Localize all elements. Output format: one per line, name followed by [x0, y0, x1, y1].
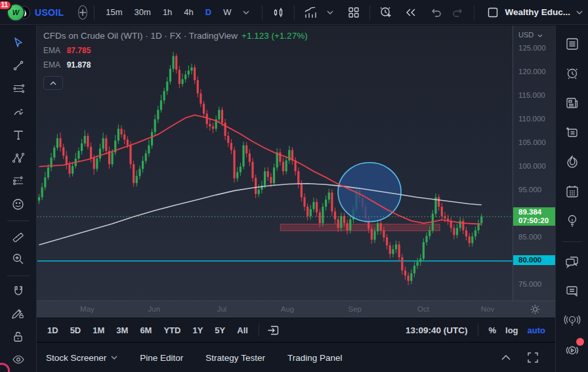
live-streams-button[interactable]: [562, 340, 583, 361]
legend-title: CFDs on Crude Oil (WTI) · 1D · FX · Trad…: [43, 31, 238, 41]
currency-label: USD: [518, 31, 534, 39]
symbol-description[interactable]: CFDs on Crude Oil (WTI) · 1D · FX · Trad…: [43, 31, 308, 41]
news-button[interactable]: [562, 93, 583, 114]
pattern-tool-button[interactable]: [7, 148, 30, 169]
save-layout-icon[interactable]: [487, 7, 499, 18]
hide-drawings-button[interactable]: [7, 349, 30, 370]
panel-collapse-chevron-icon[interactable]: [501, 355, 511, 360]
price-tick: 75.000: [518, 280, 541, 289]
chart-pane[interactable]: CFDs on Crude Oil (WTI) · 1D · FX · Trad…: [37, 26, 555, 318]
indicator-row-ema-fast[interactable]: EMA 87.785: [43, 46, 308, 55]
alerts-button[interactable]: [562, 63, 583, 84]
indicator-value: 91.878: [67, 60, 91, 70]
cursor-tool-button[interactable]: [7, 32, 30, 53]
fullscreen-icon[interactable]: [528, 352, 538, 363]
measure-tool-button[interactable]: [7, 225, 30, 246]
stay-in-drawing-mode-button[interactable]: [7, 303, 30, 324]
horizontal-lines-tool-button[interactable]: [7, 78, 30, 99]
ellipse-drawing: [338, 163, 401, 222]
chevron-down-icon: [111, 356, 117, 360]
indicators-menu-chevron-icon[interactable]: [321, 3, 339, 22]
price-tick: 125.000: [518, 44, 546, 53]
bottom-toolbar: 1D5D1M3M6MYTD1Y5YAll 13:09:40 (UTC) % lo…: [37, 318, 555, 342]
range-button-3m[interactable]: 3M: [111, 323, 133, 338]
ideas-button[interactable]: [562, 211, 583, 232]
range-button-1y[interactable]: 1Y: [187, 323, 208, 338]
interval-button-4h[interactable]: 4h: [179, 5, 198, 20]
range-button-1m[interactable]: 1M: [87, 323, 110, 338]
time-tick-jul: Jul: [217, 305, 227, 313]
text-tool-button[interactable]: [7, 125, 30, 146]
log-scale-button[interactable]: log: [501, 323, 523, 338]
statusbar-item-pine-editor[interactable]: Pine Editor: [140, 353, 183, 363]
auto-scale-button[interactable]: auto: [523, 323, 550, 338]
currency-selector[interactable]: USD: [518, 31, 543, 39]
alert-create-button[interactable]: [377, 3, 395, 22]
interval-button-15m[interactable]: 15m: [101, 5, 127, 20]
interval-button-1h[interactable]: 1h: [158, 5, 177, 20]
range-button-1d[interactable]: 1D: [42, 323, 64, 338]
time-axis[interactable]: MayJunJulAugSepOctNov: [37, 300, 555, 318]
separator: [94, 5, 94, 20]
divider: [7, 276, 30, 276]
clock-utc[interactable]: 13:09:40 (UTC): [406, 325, 468, 335]
price-axis[interactable]: USD 125.000120.000115.000110.000105.0001…: [513, 26, 555, 300]
brush-tool-button[interactable]: [7, 101, 30, 122]
legend-change: +1.123 (+1.27%): [242, 31, 308, 41]
interval-button-d[interactable]: D: [201, 5, 216, 20]
separator: [294, 5, 295, 20]
hotlists-button[interactable]: [562, 152, 583, 173]
range-button-all[interactable]: All: [232, 323, 253, 338]
trend-line-tool-button[interactable]: [7, 55, 30, 76]
layout-menu-chevron-icon[interactable]: [576, 10, 583, 14]
text-notes-button[interactable]: [562, 122, 583, 143]
redo-button[interactable]: [449, 3, 467, 22]
statusbar-item-strategy-tester[interactable]: Strategy Tester: [205, 353, 265, 363]
drawing-toolbar: [0, 26, 37, 372]
notification-badge: 11: [0, 0, 12, 10]
divider: [7, 220, 30, 221]
separator: [369, 5, 370, 20]
compare-add-button[interactable]: [78, 5, 87, 20]
chart-style-button[interactable]: [269, 3, 287, 22]
symbol-name: USOIL: [35, 7, 64, 18]
legend-collapse-button[interactable]: [43, 76, 63, 90]
forecast-tool-button[interactable]: [7, 171, 30, 192]
statusbar-item-label: Pine Editor: [140, 353, 183, 363]
indicators-button[interactable]: [301, 3, 320, 22]
indicator-name: EMA: [43, 60, 60, 70]
zoom-in-tool-button[interactable]: [7, 248, 30, 269]
indicator-row-ema-slow[interactable]: EMA 91.878: [43, 60, 308, 70]
interval-button-w[interactable]: W: [219, 5, 236, 20]
watchlist-button[interactable]: [562, 33, 583, 54]
lock-drawings-button[interactable]: [7, 326, 30, 347]
undo-button[interactable]: [427, 3, 445, 22]
percent-scale-button[interactable]: %: [484, 323, 501, 338]
interval-button-30m[interactable]: 30m: [130, 5, 156, 20]
emoji-tool-button[interactable]: [7, 194, 30, 215]
range-button-5y[interactable]: 5Y: [209, 323, 230, 338]
statusbar-item-stock-screener[interactable]: Stock Screener: [46, 353, 117, 363]
time-tick-jun: Jun: [148, 305, 161, 313]
status-items: Stock ScreenerPine EditorStrategy Tester…: [46, 353, 342, 363]
range-button-5d[interactable]: 5D: [65, 323, 87, 338]
range-button-ytd[interactable]: YTD: [158, 323, 186, 338]
interval-menu-chevron-icon[interactable]: [237, 3, 255, 22]
divider: [562, 241, 582, 242]
chart-settings-gear-icon[interactable]: [530, 304, 541, 315]
statusbar-item-label: Stock Screener: [46, 353, 106, 363]
bar-countdown: 07:50:20: [518, 217, 555, 225]
layout-name[interactable]: Wealthy Educ...: [505, 7, 570, 17]
private-chat-button[interactable]: [562, 281, 583, 302]
public-chats-button[interactable]: [562, 251, 583, 272]
range-button-6m[interactable]: 6M: [135, 323, 157, 338]
statusbar-item-trading-panel[interactable]: Trading Panel: [287, 353, 343, 363]
streams-button[interactable]: [562, 310, 583, 331]
calendar-button[interactable]: [562, 181, 583, 202]
magnet-mode-button[interactable]: [7, 279, 30, 300]
tradingview-app: W 11 USOIL 15m30m1h4hDW: [0, 0, 588, 372]
right-sidebar: [555, 26, 588, 372]
layout-grid-button[interactable]: [345, 3, 363, 22]
go-to-date-button[interactable]: [264, 321, 283, 339]
bar-replay-button[interactable]: [402, 3, 420, 22]
